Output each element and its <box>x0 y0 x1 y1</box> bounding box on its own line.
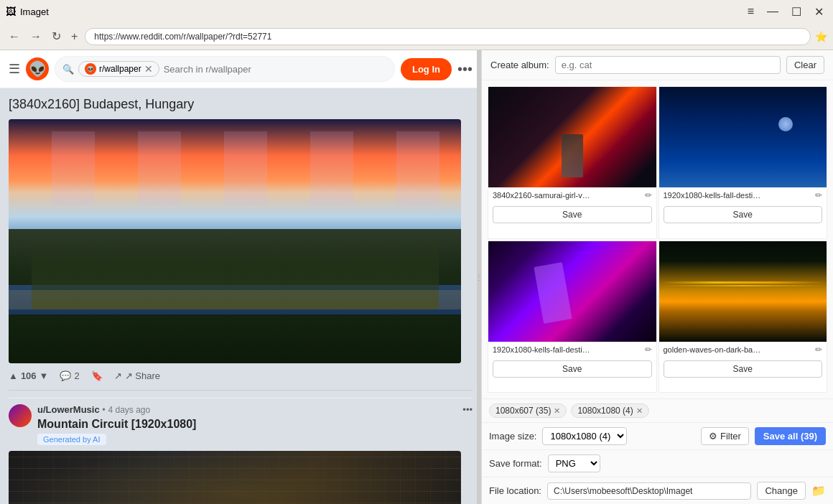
reddit-search-input[interactable] <box>164 64 387 75</box>
file-location-label: File location: <box>489 485 541 496</box>
menu-icon[interactable]: ≡ <box>744 4 758 19</box>
new-tab-button[interactable]: + <box>68 29 80 45</box>
filter-label: Filter <box>720 431 741 442</box>
image-size-select[interactable]: 1080x607 (35) 1080x1080 (4) 3840x2160 (1… <box>542 427 627 445</box>
reddit-panel: ☰ 👽 🔍 👽 r/wallpaper ✕ Log In ••• <box>0 50 481 504</box>
author-avatar <box>9 404 32 427</box>
create-album-label: Create album: <box>490 60 549 70</box>
post1-actions: ▲ 106 ▼ 💬 2 🔖 ↗ ↗ Share <box>9 370 473 381</box>
image-info-1: 3840x2160-samurai-girl-v0-tmrw5i ✏ <box>488 187 656 203</box>
downvote-icon: ▼ <box>39 370 49 381</box>
post-more-button[interactable]: ••• <box>462 404 473 415</box>
close-button[interactable]: ✕ <box>811 4 827 20</box>
edit-icon-1[interactable]: ✏ <box>645 190 652 200</box>
reddit-search[interactable]: 🔍 👽 r/wallpaper ✕ <box>55 56 395 82</box>
save-btn-4[interactable]: Save <box>664 360 823 378</box>
maximize-button[interactable]: ☐ <box>788 4 805 20</box>
image-info-3: 1920x1080-kells-fall-destiny-2-v0-u ✏ <box>488 342 656 358</box>
folder-icon-button[interactable]: 📁 <box>811 484 826 498</box>
login-button[interactable]: Log In <box>401 58 452 80</box>
image-thumb-1: 1080x607 <box>488 87 656 187</box>
share-icon: ↗ <box>114 370 122 381</box>
back-button[interactable]: ← <box>6 29 23 45</box>
tag-1080x607: 1080x607 (35) ✕ <box>489 403 567 418</box>
change-button[interactable]: Change <box>757 482 806 500</box>
refresh-button[interactable]: ↻ <box>49 28 64 45</box>
filename-text-2: 1920x1080-kells-fall-destiny-2-v0-c <box>664 191 764 200</box>
imaget-panel: Create album: Clear 1080x607 3840x2160-s… <box>481 50 833 504</box>
upvote-icon: ▲ <box>9 370 18 381</box>
filename-text-3: 1920x1080-kells-fall-destiny-2-v0-u <box>493 345 593 354</box>
image-thumb-4: 1080x607 <box>659 241 827 342</box>
album-name-input[interactable] <box>555 56 781 74</box>
image-filename-1: 3840x2160-samurai-girl-v0-tmrw5i ✏ <box>493 190 652 200</box>
edit-icon-3[interactable]: ✏ <box>645 345 652 355</box>
image-thumb-2: 1080x607 <box>659 87 827 187</box>
app-icon: 🖼 <box>6 6 16 17</box>
share-button[interactable]: ↗ ↗ Share <box>114 370 160 381</box>
image-filename-3: 1920x1080-kells-fall-destiny-2-v0-u ✏ <box>493 345 652 355</box>
save-format-label: Save format: <box>489 458 542 469</box>
titlebar-left: 🖼 Imaget <box>6 6 49 17</box>
subreddit-name: r/wallpaper <box>99 64 141 74</box>
address-input[interactable] <box>85 28 811 45</box>
filename-text-4: golden-waves-on-dark-backgroun <box>664 345 764 354</box>
save-format-select[interactable]: PNG JPG WEBP <box>548 454 600 472</box>
hamburger-icon[interactable]: ☰ <box>9 61 20 77</box>
save-btn-3[interactable]: Save <box>493 360 652 378</box>
save-btn-1[interactable]: Save <box>493 206 652 223</box>
resize-dots: ⋮ <box>475 274 481 281</box>
image-card-1: 1080x607 3840x2160-samurai-girl-v0-tmrw5… <box>488 86 657 239</box>
comment-icon: 💬 <box>60 370 71 381</box>
bookmark-button[interactable]: ⭐ <box>815 31 827 42</box>
upvote-button[interactable]: ▲ 106 ▼ <box>9 370 48 381</box>
forward-button[interactable]: → <box>27 29 45 45</box>
author-meta: u/LowerMusic • 4 days ago ••• Mountain C… <box>37 404 473 445</box>
more-button[interactable]: ••• <box>457 61 473 78</box>
save-button[interactable]: 🔖 <box>91 370 103 381</box>
search-icon: 🔍 <box>62 64 74 75</box>
save-icon: 🔖 <box>91 370 103 381</box>
clear-button[interactable]: Clear <box>786 56 824 74</box>
tag-remove-1[interactable]: ✕ <box>554 406 560 416</box>
image-size-label: Image size: <box>489 431 536 442</box>
vote-count: 106 <box>21 370 37 381</box>
file-location-input[interactable] <box>547 482 751 500</box>
image-info-4: golden-waves-on-dark-backgroun ✏ <box>659 342 827 358</box>
tag-label-2: 1080x1080 (4) <box>577 406 633 416</box>
image-thumb-3: 1080x607 <box>488 241 656 342</box>
resize-handle[interactable]: ⋮ <box>477 50 481 504</box>
post2-container: u/LowerMusic • 4 days ago ••• Mountain C… <box>9 390 473 504</box>
clouds <box>9 131 461 205</box>
tags-row: 1080x607 (35) ✕ 1080x1080 (4) ✕ <box>482 398 833 422</box>
author-time: 4 days ago <box>108 405 150 415</box>
post1-image <box>9 119 461 363</box>
save-format-row: Save format: PNG JPG WEBP <box>482 449 833 477</box>
edit-icon-2[interactable]: ✏ <box>815 190 822 200</box>
app-title: Imaget <box>20 6 49 17</box>
image-card-3: 1080x607 1920x1080-kells-fall-destiny-2-… <box>488 241 657 393</box>
images-grid: 1080x607 3840x2160-samurai-girl-v0-tmrw5… <box>482 80 833 398</box>
glow-overlay <box>9 290 461 309</box>
tag-remove-2[interactable]: ✕ <box>636 406 643 416</box>
tag-label-1: 1080x607 (35) <box>495 406 551 416</box>
image-size-row: Image size: 1080x607 (35) 1080x1080 (4) … <box>482 422 833 449</box>
image-card-4: 1080x607 golden-waves-on-dark-backgroun … <box>659 241 828 393</box>
reddit-header: ☰ 👽 🔍 👽 r/wallpaper ✕ Log In ••• <box>0 50 481 88</box>
file-location-row: File location: Change 📁 <box>482 477 833 504</box>
edit-icon-4[interactable]: ✏ <box>815 345 822 355</box>
address-bar: ← → ↻ + ⭐ <box>0 23 833 50</box>
save-btn-2[interactable]: Save <box>664 206 823 223</box>
comment-count: 2 <box>74 370 79 381</box>
subreddit-clear-icon[interactable]: ✕ <box>144 63 153 75</box>
filter-button[interactable]: ⚙ Filter <box>701 427 749 445</box>
save-all-button[interactable]: Save all (39) <box>755 427 826 445</box>
minimize-button[interactable]: — <box>763 4 782 19</box>
reddit-logo: 👽 <box>26 57 49 80</box>
filename-text-1: 3840x2160-samurai-girl-v0-tmrw5i <box>493 191 593 200</box>
author-name[interactable]: u/LowerMusic <box>37 404 100 415</box>
subreddit-icon: 👽 <box>85 63 96 75</box>
comment-button[interactable]: 💬 2 <box>60 370 79 381</box>
main-container: ☰ 👽 🔍 👽 r/wallpaper ✕ Log In ••• <box>0 50 833 504</box>
image-card-2: 1080x607 1920x1080-kells-fall-destiny-2-… <box>659 86 828 239</box>
